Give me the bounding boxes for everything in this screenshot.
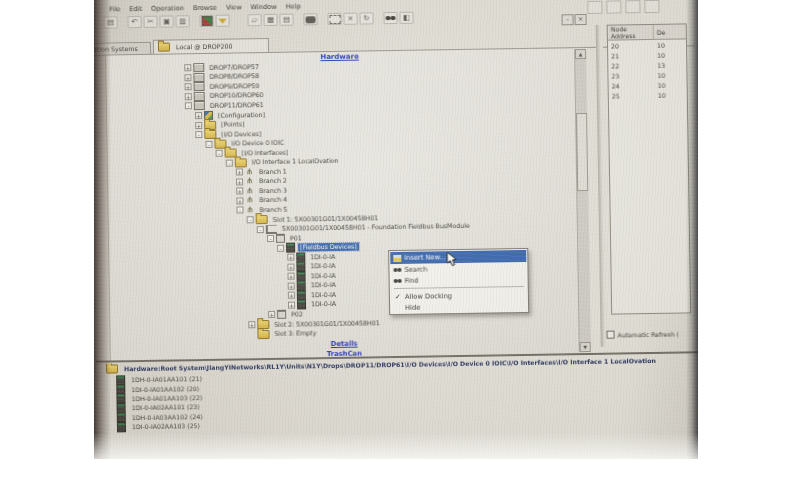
camera-icon[interactable] — [303, 13, 317, 25]
drop-icon — [194, 92, 205, 101]
tree-node-label: [I/O Interfaces] — [240, 148, 291, 157]
expander-icon[interactable]: + — [288, 273, 295, 280]
expander-icon[interactable]: + — [185, 84, 192, 91]
scrollbar-thumb[interactable] — [576, 113, 588, 191]
tree-node-label: 1DI-0-IA — [308, 253, 337, 261]
branch-icon — [245, 168, 254, 176]
expander-icon[interactable]: - — [236, 207, 243, 214]
expander-icon[interactable]: + — [288, 282, 295, 289]
menu-item-find[interactable]: Find — [391, 273, 527, 286]
expander-icon[interactable]: - — [257, 226, 264, 233]
branch-icon — [245, 206, 254, 214]
table-header: Node Address De — [608, 24, 686, 40]
expander-icon[interactable]: + — [184, 64, 191, 71]
expander-icon[interactable]: - — [226, 159, 233, 166]
list-item-label: 1DI-0-IA01AA102 (20) — [131, 385, 199, 393]
expander-icon[interactable]: + — [236, 197, 243, 204]
print-icon[interactable]: ▤ — [103, 16, 117, 28]
undo-icon[interactable]: ↶ — [127, 16, 141, 28]
menu-operation[interactable]: Operation — [151, 4, 184, 13]
expander-icon[interactable]: + — [288, 302, 295, 309]
toolbar-icon[interactable] — [625, 0, 640, 13]
tree-node-label: I/O Device 0 IOIC — [229, 139, 286, 148]
close-button[interactable]: × — [574, 14, 586, 25]
clipboard-icon[interactable]: ▤ — [279, 14, 293, 26]
minimize-button[interactable]: - — [561, 14, 573, 25]
cut-icon[interactable]: ✂ — [143, 16, 157, 28]
tree-node-label: Slot 1: 5X00301G01/1X00458H01 — [271, 214, 380, 224]
expander-icon[interactable]: - — [216, 150, 223, 157]
column-node-address[interactable]: Node Address — [608, 25, 654, 40]
menu-file[interactable]: File — [109, 5, 120, 13]
search-icon[interactable] — [383, 12, 397, 24]
expander-icon[interactable]: + — [287, 263, 294, 270]
delete-icon[interactable]: × — [343, 13, 357, 25]
menu-help[interactable]: Help — [286, 2, 301, 10]
expander-icon[interactable]: - — [185, 103, 192, 110]
expander-icon[interactable]: - — [195, 131, 202, 138]
filter-icon[interactable] — [215, 15, 229, 27]
menu-bar: File Edit Operation Browse View Window H… — [109, 2, 300, 13]
expander-icon[interactable]: + — [268, 311, 275, 318]
auto-refresh-checkbox[interactable] — [606, 331, 614, 339]
expander-icon[interactable]: + — [248, 321, 255, 328]
list-item-label: 1DI-0-IA02AA103 (25) — [132, 422, 200, 430]
expander-icon[interactable]: + — [184, 74, 191, 81]
hardware-tree-panel: Hardware +DROP7/DROP57 +DROP8/DROP58 +DR… — [105, 48, 592, 361]
tree-node-label: Branch 4 — [257, 196, 289, 204]
folder-icon — [158, 43, 170, 52]
expander-icon[interactable]: + — [288, 292, 295, 299]
expander-icon[interactable]: + — [185, 93, 192, 100]
tree-node-label: [Fieldbus Devices] — [298, 243, 359, 252]
expander-icon[interactable]: + — [195, 112, 202, 119]
drop-icon — [194, 101, 205, 110]
menu-item-hide[interactable]: Hide — [391, 300, 527, 313]
table-row[interactable]: 2510 — [609, 89, 687, 100]
branch-icon — [245, 178, 254, 186]
expander-icon[interactable]: - — [205, 141, 212, 148]
select-icon[interactable] — [327, 13, 341, 25]
menu-edit[interactable]: Edit — [129, 5, 142, 13]
menu-browse[interactable]: Browse — [193, 4, 217, 12]
palette-icon[interactable] — [199, 15, 213, 27]
refresh-icon[interactable]: ↻ — [359, 12, 373, 24]
device-list: 1DH-0-IA01AA101 (21) 1DI-0-IA01AA102 (20… — [116, 374, 203, 432]
paste-icon[interactable]: ▥ — [175, 15, 189, 27]
expander-icon[interactable]: - — [247, 216, 254, 223]
expander-icon[interactable]: + — [236, 169, 243, 176]
folder-icon — [257, 330, 269, 339]
tree-node-label: Branch 3 — [257, 187, 289, 195]
tree-node-label: DROP7/DROP57 — [207, 63, 261, 72]
save-icon[interactable]: ▦ — [263, 14, 277, 26]
menu-item-label: Allow Docking — [405, 292, 452, 301]
open-icon[interactable]: ▱ — [247, 14, 261, 26]
list-item-label: 1DH-0-IA01AA103 (22) — [131, 394, 202, 402]
module-icon — [266, 224, 277, 233]
device-icon — [117, 422, 126, 432]
expander-icon[interactable]: - — [277, 244, 284, 251]
menu-window[interactable]: Window — [251, 3, 277, 11]
toolbar-icon[interactable] — [587, 1, 602, 14]
drop-icon — [193, 73, 204, 82]
scroll-up-icon[interactable]: ▲ — [575, 49, 586, 59]
list-item[interactable]: 1DI-0-IA02AA103 (25) — [117, 421, 203, 432]
column-device[interactable]: De — [654, 28, 686, 36]
fieldbus-device-icon — [286, 243, 295, 253]
copy-icon[interactable]: ▣ — [159, 15, 173, 27]
context-menu: Insert New... Search Find ✓ Allow Dockin… — [388, 248, 529, 315]
expander-icon[interactable]: + — [287, 254, 294, 261]
flag-icon[interactable]: ◧ — [399, 12, 413, 24]
expander-icon[interactable]: + — [195, 122, 202, 129]
tab-systems[interactable]: ation Systems — [94, 42, 151, 55]
tree-node-label: DROP10/DROP60 — [208, 91, 266, 100]
expander-icon[interactable]: + — [236, 188, 243, 195]
toolbar-icon[interactable] — [606, 0, 621, 13]
expander-icon[interactable]: - — [267, 235, 274, 242]
list-item-label: 1DH-0-IA03AA102 (24) — [132, 413, 203, 421]
tab-label: ation Systems — [94, 45, 138, 53]
toolbar-icon[interactable] — [644, 0, 659, 13]
menu-view[interactable]: View — [226, 3, 242, 11]
panel-divider[interactable] — [596, 25, 608, 347]
scroll-down-icon[interactable]: ▼ — [580, 342, 591, 352]
expander-icon[interactable]: + — [236, 178, 243, 185]
